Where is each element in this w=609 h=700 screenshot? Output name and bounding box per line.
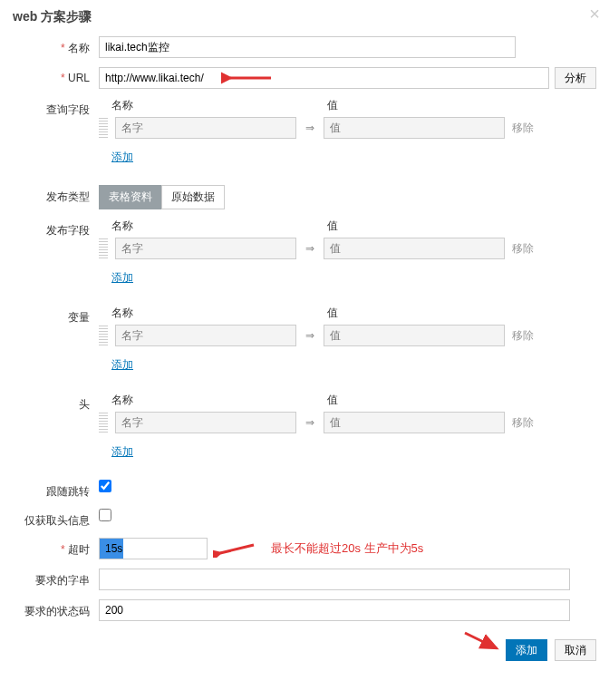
- var-name-input[interactable]: [115, 325, 296, 346]
- label-url: URL: [13, 67, 99, 84]
- required-str-input[interactable]: [99, 569, 570, 590]
- label-publish-fields: 发布字段: [13, 219, 99, 238]
- tab-raw-data[interactable]: 原始数据: [161, 185, 225, 209]
- remove-link[interactable]: 移除: [512, 415, 534, 431]
- remove-link[interactable]: 移除: [512, 241, 534, 257]
- kv-header-value: 值: [295, 306, 490, 321]
- url-input[interactable]: [99, 67, 549, 89]
- label-name: 名称: [13, 36, 99, 56]
- close-icon[interactable]: ×: [589, 4, 600, 24]
- name-input[interactable]: [99, 36, 516, 58]
- arrow-icon: ⇒: [304, 242, 316, 255]
- annotation-arrow-icon: [213, 540, 258, 558]
- remove-link[interactable]: 移除: [512, 328, 534, 344]
- required-status-input[interactable]: [99, 599, 570, 621]
- kv-header-value: 值: [295, 98, 490, 113]
- label-query-fields: 查询字段: [13, 98, 99, 118]
- drag-handle-icon[interactable]: [99, 118, 108, 138]
- timeout-input[interactable]: [99, 538, 208, 559]
- kv-header-name: 名称: [99, 393, 295, 408]
- arrow-icon: ⇒: [304, 416, 316, 429]
- timeout-note: 最长不能超过20s 生产中为5s: [271, 540, 423, 557]
- add-publish-link[interactable]: 添加: [111, 270, 133, 286]
- kv-header-name: 名称: [99, 98, 295, 113]
- svg-line-3: [220, 545, 254, 553]
- label-publish-type: 发布类型: [13, 185, 99, 205]
- query-value-input[interactable]: [324, 117, 505, 139]
- publish-value-input[interactable]: [324, 238, 505, 259]
- follow-redirect-checkbox[interactable]: [99, 480, 111, 492]
- label-required-str: 要求的字串: [13, 569, 99, 588]
- remove-link[interactable]: 移除: [512, 121, 534, 136]
- add-query-link[interactable]: 添加: [111, 150, 133, 165]
- add-button[interactable]: 添加: [506, 639, 547, 661]
- drag-handle-icon[interactable]: [99, 413, 108, 433]
- drag-handle-icon[interactable]: [99, 326, 108, 345]
- label-variables: 变量: [13, 306, 99, 326]
- add-header-link[interactable]: 添加: [111, 444, 133, 460]
- label-headers: 头: [13, 393, 99, 413]
- arrow-icon: ⇒: [304, 329, 316, 342]
- tab-form-data[interactable]: 表格资料: [99, 185, 162, 209]
- svg-line-5: [465, 633, 497, 648]
- publish-name-input[interactable]: [115, 238, 296, 259]
- header-value-input[interactable]: [324, 412, 505, 433]
- add-var-link[interactable]: 添加: [111, 357, 133, 373]
- modal-title: web 方案步骤: [13, 9, 596, 25]
- arrow-icon: ⇒: [304, 122, 316, 134]
- query-name-input[interactable]: [115, 117, 296, 139]
- kv-header-name: 名称: [99, 306, 295, 321]
- header-name-input[interactable]: [115, 412, 296, 433]
- kv-header-name: 名称: [99, 219, 295, 234]
- cancel-button[interactable]: 取消: [555, 639, 596, 661]
- label-follow-redirect: 跟随跳转: [13, 480, 99, 500]
- analyze-button[interactable]: 分析: [555, 67, 596, 89]
- kv-header-value: 值: [295, 393, 490, 408]
- label-required-status: 要求的状态码: [13, 599, 99, 619]
- head-only-checkbox[interactable]: [99, 509, 111, 521]
- label-timeout: 超时: [13, 538, 99, 558]
- kv-header-value: 值: [295, 219, 490, 234]
- label-head-only: 仅获取头信息: [13, 509, 99, 529]
- annotation-arrow-icon: [460, 628, 506, 656]
- drag-handle-icon[interactable]: [99, 238, 108, 258]
- var-value-input[interactable]: [324, 325, 505, 346]
